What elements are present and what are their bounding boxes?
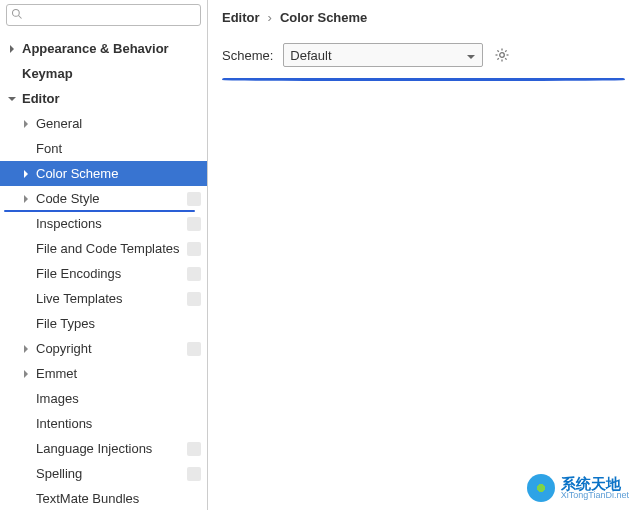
scheme-row: Scheme: Default [222, 43, 623, 67]
sidebar-item-keymap[interactable]: Keymap [0, 61, 207, 86]
sidebar-item-intentions[interactable]: Intentions [0, 411, 207, 436]
project-badge-icon [187, 292, 201, 306]
sidebar-item-file-encodings[interactable]: File Encodings [0, 261, 207, 286]
chevron-right-icon [20, 168, 32, 180]
sidebar-item-file-types[interactable]: File Types [0, 311, 207, 336]
arrow-spacer [20, 268, 32, 280]
svg-line-8 [506, 58, 507, 59]
sidebar-item-copyright[interactable]: Copyright [0, 336, 207, 361]
arrow-spacer [20, 143, 32, 155]
sidebar-item-general[interactable]: General [0, 111, 207, 136]
search-row [0, 0, 207, 32]
sidebar-item-label: Font [36, 141, 201, 156]
sidebar-item-textmate-bundles[interactable]: TextMate Bundles [0, 486, 207, 510]
chevron-right-icon [20, 368, 32, 380]
scheme-select[interactable]: Default [283, 43, 483, 67]
sidebar-item-images[interactable]: Images [0, 386, 207, 411]
watermark-logo-icon [527, 474, 555, 502]
watermark-cn: 系统天地 [561, 476, 629, 491]
sidebar-item-emmet[interactable]: Emmet [0, 361, 207, 386]
sidebar-item-code-style[interactable]: Code Style [0, 186, 207, 211]
sidebar-item-label: General [36, 116, 201, 131]
arrow-spacer [20, 493, 32, 505]
sidebar-item-font[interactable]: Font [0, 136, 207, 161]
watermark: 系统天地 XiTongTianDi.net [527, 474, 629, 502]
sidebar-item-label: Images [36, 391, 201, 406]
search-box [6, 4, 201, 26]
svg-point-2 [500, 53, 505, 58]
svg-line-9 [506, 50, 507, 51]
sidebar-item-label: Spelling [36, 466, 183, 481]
arrow-spacer [20, 243, 32, 255]
project-badge-icon [187, 267, 201, 281]
breadcrumb-part: Color Scheme [280, 10, 367, 25]
breadcrumb-part[interactable]: Editor [222, 10, 260, 25]
arrow-spacer [20, 318, 32, 330]
sidebar-item-file-code-templates[interactable]: File and Code Templates [0, 236, 207, 261]
sidebar-item-label: Appearance & Behavior [22, 41, 201, 56]
project-badge-icon [187, 467, 201, 481]
sidebar-item-label: Language Injections [36, 441, 183, 456]
arrow-spacer [20, 468, 32, 480]
scheme-label: Scheme: [222, 48, 273, 63]
svg-line-10 [498, 58, 499, 59]
svg-line-7 [498, 50, 499, 51]
breadcrumb-separator-icon: › [268, 10, 272, 25]
arrow-spacer [20, 393, 32, 405]
sidebar-item-inspections[interactable]: Inspections [0, 211, 207, 236]
sidebar-item-label: Intentions [36, 416, 201, 431]
settings-tree: Appearance & Behavior Keymap Editor Gene… [0, 32, 207, 510]
sidebar-item-label: Keymap [22, 66, 201, 81]
sidebar-item-label: File and Code Templates [36, 241, 183, 256]
arrow-spacer [20, 293, 32, 305]
arrow-spacer [20, 218, 32, 230]
project-badge-icon [187, 342, 201, 356]
chevron-right-icon [6, 43, 18, 55]
arrow-spacer [20, 418, 32, 430]
settings-sidebar: Appearance & Behavior Keymap Editor Gene… [0, 0, 208, 510]
scheme-select-value: Default [290, 48, 331, 63]
sidebar-item-label: Emmet [36, 366, 201, 381]
watermark-text: 系统天地 XiTongTianDi.net [561, 476, 629, 500]
watermark-en: XiTongTianDi.net [561, 491, 629, 500]
arrow-spacer [6, 68, 18, 80]
sidebar-item-label: TextMate Bundles [36, 491, 201, 506]
chevron-down-icon [466, 50, 476, 60]
sidebar-item-label: Inspections [36, 216, 183, 231]
project-badge-icon [187, 442, 201, 456]
chevron-right-icon [20, 118, 32, 130]
annotation-underline [222, 78, 625, 81]
sidebar-item-spelling[interactable]: Spelling [0, 461, 207, 486]
arrow-spacer [20, 443, 32, 455]
sidebar-item-language-injections[interactable]: Language Injections [0, 436, 207, 461]
sidebar-item-label: Copyright [36, 341, 183, 356]
chevron-down-icon [6, 93, 18, 105]
chevron-right-icon [20, 343, 32, 355]
sidebar-item-appearance-behavior[interactable]: Appearance & Behavior [0, 36, 207, 61]
search-input[interactable] [6, 4, 201, 26]
sidebar-item-color-scheme[interactable]: Color Scheme [0, 161, 207, 186]
main-panel: Editor › Color Scheme Scheme: Default 系统… [208, 0, 637, 510]
sidebar-item-label: Color Scheme [36, 166, 201, 181]
breadcrumb: Editor › Color Scheme [222, 8, 623, 43]
sidebar-item-label: File Encodings [36, 266, 183, 281]
sidebar-item-label: Code Style [36, 191, 183, 206]
sidebar-item-label: Live Templates [36, 291, 183, 306]
project-badge-icon [187, 242, 201, 256]
sidebar-item-label: Editor [22, 91, 201, 106]
project-badge-icon [187, 217, 201, 231]
gear-icon[interactable] [493, 46, 511, 64]
sidebar-item-live-templates[interactable]: Live Templates [0, 286, 207, 311]
chevron-right-icon [20, 193, 32, 205]
sidebar-item-label: File Types [36, 316, 201, 331]
project-badge-icon [187, 192, 201, 206]
sidebar-item-editor[interactable]: Editor [0, 86, 207, 111]
